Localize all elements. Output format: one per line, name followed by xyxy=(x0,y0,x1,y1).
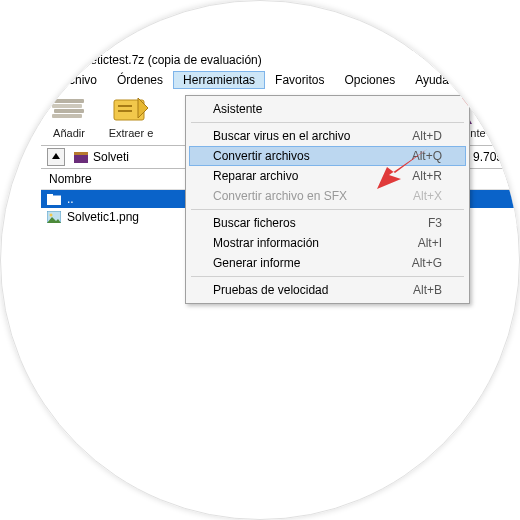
svg-point-20 xyxy=(50,214,53,217)
svg-rect-11 xyxy=(118,110,132,112)
herramientas-dropdown: Asistente Buscar virus en el archivoAlt+… xyxy=(185,95,470,304)
shortcut: Alt+B xyxy=(413,283,442,297)
menu-buscar-virus[interactable]: Buscar virus en el archivoAlt+D xyxy=(189,126,466,146)
menu-ordenes[interactable]: Órdenes xyxy=(107,71,173,89)
shortcut: F3 xyxy=(428,216,442,230)
svg-rect-18 xyxy=(47,194,53,197)
title-bar: Solvetictest.7z (copia de evaluación) xyxy=(41,51,520,69)
menu-mostrar-informacion[interactable]: Mostrar informaciónAlt+I xyxy=(189,233,466,253)
info-button[interactable]: In. xyxy=(503,95,520,139)
archive-path[interactable]: Solveti xyxy=(73,150,129,164)
archive-size: 9.705 bytes xyxy=(473,150,520,164)
svg-rect-6 xyxy=(54,109,84,113)
svg-rect-5 xyxy=(52,114,82,118)
svg-rect-8 xyxy=(54,99,84,103)
svg-rect-10 xyxy=(118,105,132,107)
menu-pruebas-velocidad[interactable]: Pruebas de velocidadAlt+B xyxy=(189,280,466,300)
menu-separator xyxy=(191,209,464,210)
menu-reparar-label: Reparar archivo xyxy=(213,169,298,183)
menu-opciones[interactable]: Opciones xyxy=(334,71,405,89)
svg-rect-1 xyxy=(46,56,60,59)
add-label: Añadir xyxy=(53,127,85,139)
add-button[interactable]: Añadir xyxy=(47,95,91,139)
window-title: Solvetictest.7z (copia de evaluación) xyxy=(67,53,262,67)
svg-rect-4 xyxy=(56,60,58,65)
app-icon xyxy=(45,53,61,67)
file-name: Solvetic1.png xyxy=(67,210,139,224)
menu-convertir-label: Convertir archivos xyxy=(213,149,310,163)
svg-rect-7 xyxy=(52,104,82,108)
menu-buscar-virus-label: Buscar virus en el archivo xyxy=(213,129,350,143)
menu-separator xyxy=(191,122,464,123)
folder-up-icon xyxy=(47,192,61,206)
annotation-arrow-icon xyxy=(377,149,427,192)
menu-sfx-label: Convertir archivo en SFX xyxy=(213,189,347,203)
menu-generar-informe[interactable]: Generar informeAlt+G xyxy=(189,253,466,273)
books-stack-icon xyxy=(50,95,88,125)
image-file-icon xyxy=(47,210,61,224)
svg-rect-16 xyxy=(74,152,88,155)
menu-favoritos[interactable]: Favoritos xyxy=(265,71,334,89)
menu-ficheros-label: Buscar ficheros xyxy=(213,216,296,230)
menu-separator xyxy=(191,276,464,277)
svg-rect-3 xyxy=(52,60,54,65)
svg-rect-2 xyxy=(48,60,50,65)
menu-buscar-ficheros[interactable]: Buscar ficherosF3 xyxy=(189,213,466,233)
shortcut: Alt+I xyxy=(418,236,442,250)
menu-asistente[interactable]: Asistente xyxy=(189,99,466,119)
menu-asistente-label: Asistente xyxy=(213,102,262,116)
extract-books-icon xyxy=(112,95,150,125)
menu-ayuda[interactable]: Ayuda xyxy=(405,71,459,89)
parent-label: .. xyxy=(67,192,74,206)
svg-rect-0 xyxy=(46,59,60,66)
extract-button[interactable]: Extraer e xyxy=(109,95,153,139)
menu-informe-label: Generar informe xyxy=(213,256,300,270)
up-button[interactable] xyxy=(47,148,65,166)
menu-herramientas[interactable]: Herramientas xyxy=(173,71,265,89)
svg-rect-15 xyxy=(74,155,88,163)
info-icon xyxy=(506,95,520,125)
shortcut: Alt+G xyxy=(412,256,442,270)
menu-velocidad-label: Pruebas de velocidad xyxy=(213,283,328,297)
viewport-circle: Solvetictest.7z (copia de evaluación) Ar… xyxy=(0,0,520,520)
menu-bar: Archivo Órdenes Herramientas Favoritos O… xyxy=(41,69,520,89)
menu-mostrar-label: Mostrar información xyxy=(213,236,319,250)
shortcut: Alt+D xyxy=(412,129,442,143)
extract-label: Extraer e xyxy=(109,127,154,139)
svg-rect-17 xyxy=(47,196,61,205)
archive-name: Solveti xyxy=(93,150,129,164)
menu-archivo[interactable]: Archivo xyxy=(47,71,107,89)
archive-icon xyxy=(73,150,89,164)
